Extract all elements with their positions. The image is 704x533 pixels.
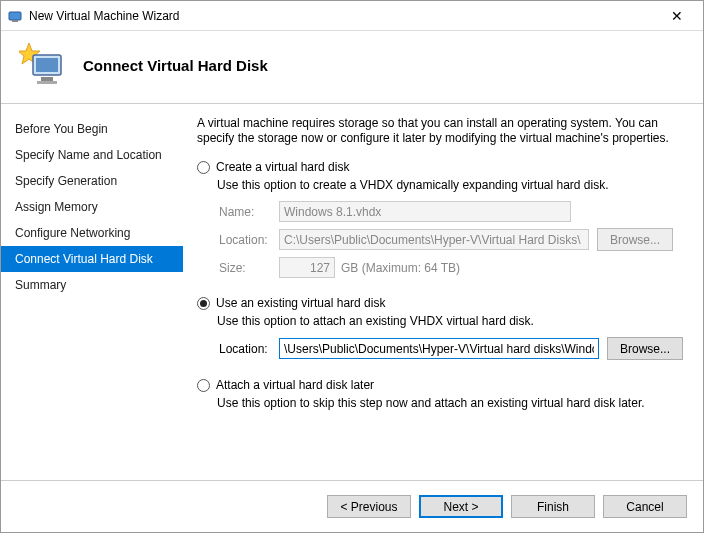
finish-button[interactable]: Finish <box>511 495 595 518</box>
nav-specify-name-location[interactable]: Specify Name and Location <box>1 142 183 168</box>
wizard-icon <box>19 41 67 89</box>
svg-rect-0 <box>9 12 21 20</box>
next-button[interactable]: Next > <box>419 495 503 518</box>
option-existing-label: Use an existing virtual hard disk <box>216 296 385 310</box>
wizard-sidebar: Before You Begin Specify Name and Locati… <box>1 108 183 480</box>
existing-browse-button[interactable]: Browse... <box>607 337 683 360</box>
option-later-label: Attach a virtual hard disk later <box>216 378 374 392</box>
cancel-button[interactable]: Cancel <box>603 495 687 518</box>
existing-location-input[interactable] <box>279 338 599 359</box>
create-size-suffix: GB (Maximum: 64 TB) <box>341 261 460 275</box>
nav-summary[interactable]: Summary <box>1 272 183 298</box>
previous-button[interactable]: < Previous <box>327 495 411 518</box>
intro-text: A virtual machine requires storage so th… <box>197 116 683 146</box>
radio-existing-row[interactable]: Use an existing virtual hard disk <box>197 296 683 310</box>
svg-rect-1 <box>12 20 18 22</box>
wizard-body: Before You Begin Specify Name and Locati… <box>1 108 703 480</box>
radio-create[interactable] <box>197 161 210 174</box>
create-size-input <box>279 257 335 278</box>
radio-later-row[interactable]: Attach a virtual hard disk later <box>197 378 683 392</box>
wizard-window: New Virtual Machine Wizard ✕ Connect Vir… <box>0 0 704 533</box>
option-create-label: Create a virtual hard disk <box>216 160 349 174</box>
option-create-group: Create a virtual hard disk Use this opti… <box>197 160 683 278</box>
nav-assign-memory[interactable]: Assign Memory <box>1 194 183 220</box>
page-title: Connect Virtual Hard Disk <box>83 57 268 74</box>
create-name-label: Name: <box>219 205 279 219</box>
svg-rect-4 <box>36 58 58 72</box>
option-create-desc: Use this option to create a VHDX dynamic… <box>217 178 683 193</box>
close-button[interactable]: ✕ <box>657 8 697 24</box>
nav-before-you-begin[interactable]: Before You Begin <box>1 116 183 142</box>
option-later-group: Attach a virtual hard disk later Use thi… <box>197 378 683 411</box>
create-location-label: Location: <box>219 233 279 247</box>
header-divider <box>1 103 703 104</box>
option-later-desc: Use this option to skip this step now an… <box>217 396 683 411</box>
nav-specify-generation[interactable]: Specify Generation <box>1 168 183 194</box>
nav-connect-virtual-hard-disk[interactable]: Connect Virtual Hard Disk <box>1 246 183 272</box>
create-location-input <box>279 229 589 250</box>
svg-rect-5 <box>41 77 53 81</box>
radio-create-row[interactable]: Create a virtual hard disk <box>197 160 683 174</box>
existing-location-label: Location: <box>219 342 279 356</box>
radio-later[interactable] <box>197 379 210 392</box>
window-title: New Virtual Machine Wizard <box>29 9 657 23</box>
nav-configure-networking[interactable]: Configure Networking <box>1 220 183 246</box>
wizard-header: Connect Virtual Hard Disk <box>1 31 703 103</box>
create-name-input <box>279 201 571 222</box>
create-browse-button: Browse... <box>597 228 673 251</box>
app-icon <box>7 8 23 24</box>
wizard-content: A virtual machine requires storage so th… <box>183 108 703 480</box>
radio-existing[interactable] <box>197 297 210 310</box>
option-existing-group: Use an existing virtual hard disk Use th… <box>197 296 683 360</box>
create-size-label: Size: <box>219 261 279 275</box>
wizard-footer: < Previous Next > Finish Cancel <box>1 480 703 532</box>
titlebar: New Virtual Machine Wizard ✕ <box>1 1 703 31</box>
svg-rect-6 <box>37 81 57 84</box>
option-existing-desc: Use this option to attach an existing VH… <box>217 314 683 329</box>
